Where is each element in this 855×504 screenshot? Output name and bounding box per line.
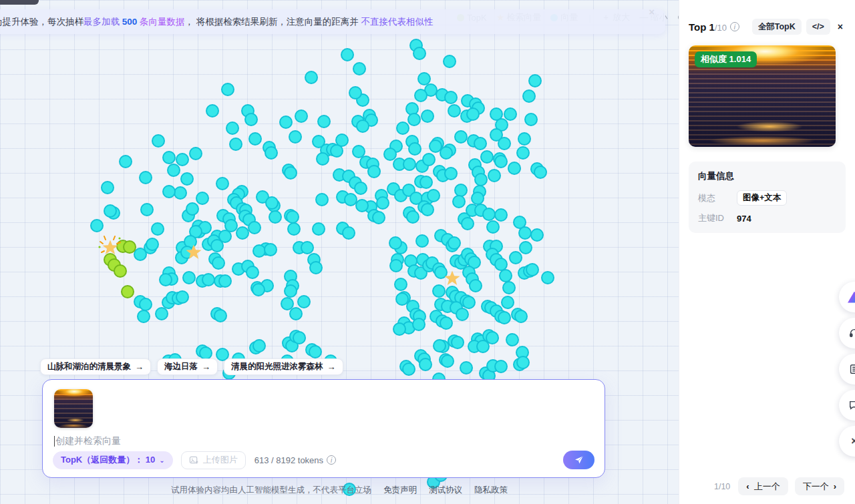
vector-dot[interactable]	[309, 345, 322, 358]
vector-dot[interactable]	[216, 177, 229, 190]
vector-dot[interactable]	[139, 171, 152, 184]
vector-dot[interactable]	[309, 261, 323, 274]
vector-dot[interactable]	[433, 339, 446, 352]
vector-dot[interactable]	[199, 346, 212, 360]
vector-dot[interactable]	[528, 74, 542, 87]
vector-dot[interactable]	[506, 333, 519, 346]
vector-dot[interactable]	[494, 208, 508, 222]
vector-dot[interactable]	[151, 222, 164, 236]
vector-dot[interactable]	[305, 71, 318, 84]
vector-dot[interactable]	[265, 196, 279, 210]
vector-dot[interactable]	[206, 104, 219, 117]
attached-image-thumbnail[interactable]	[54, 389, 93, 428]
tag-morning-mountains[interactable]: 山脉和湖泊的清晨景象 →	[40, 358, 151, 375]
vector-dot[interactable]	[295, 109, 308, 123]
vector-dot[interactable]	[444, 167, 458, 180]
vector-dot[interactable]	[541, 271, 554, 284]
vector-dot[interactable]	[440, 316, 453, 330]
vector-dot[interactable]	[335, 134, 349, 147]
vector-dot[interactable]	[355, 199, 369, 212]
vector-dot[interactable]	[526, 263, 539, 276]
vector-dot[interactable]	[518, 226, 532, 240]
vector-dot[interactable]	[196, 192, 209, 205]
vector-dot[interactable]	[248, 132, 262, 146]
vector-dot[interactable]	[499, 269, 512, 282]
vector-dot[interactable]	[252, 283, 265, 296]
vector-dot[interactable]	[315, 193, 329, 206]
vector-dot[interactable]	[372, 211, 385, 224]
vector-dot[interactable]	[440, 146, 453, 160]
vector-dot[interactable]	[221, 83, 234, 96]
vector-dot[interactable]	[214, 309, 227, 322]
vector-dot[interactable]	[394, 278, 407, 291]
vector-dot[interactable]	[444, 91, 458, 104]
tag-seaside-sunset[interactable]: 海边日落 →	[157, 358, 218, 375]
vector-dot[interactable]	[422, 153, 436, 166]
vector-dot[interactable]	[155, 307, 168, 320]
vector-dot[interactable]	[176, 290, 189, 304]
vector-dot[interactable]	[248, 221, 261, 234]
vector-dot[interactable]	[441, 354, 454, 368]
vector-dot[interactable]	[393, 322, 406, 336]
prompt-line[interactable]: 创建并检索向量	[54, 435, 121, 447]
vector-dot[interactable]	[454, 130, 468, 144]
vector-dot[interactable]	[443, 55, 456, 68]
vector-dot[interactable]	[317, 115, 331, 128]
vector-dot[interactable]	[119, 155, 132, 168]
vector-dot[interactable]	[212, 256, 225, 270]
upload-image-button[interactable]: 上传图片	[181, 451, 246, 469]
next-button[interactable]: 下一个 ›	[795, 477, 844, 495]
vector-dot[interactable]	[389, 259, 403, 272]
vector-dot[interactable]	[480, 150, 494, 164]
info-icon[interactable]: i	[327, 455, 336, 465]
vector-dot[interactable]	[488, 169, 501, 182]
vector-dot[interactable]	[466, 107, 480, 121]
disclaimer-link[interactable]: 免责声明	[383, 485, 417, 495]
vector-dot[interactable]	[140, 203, 154, 216]
vector-dot[interactable]	[486, 220, 500, 234]
vector-dot[interactable]	[471, 192, 484, 205]
vector-dot[interactable]	[356, 119, 369, 133]
vector-dot[interactable]	[186, 202, 199, 216]
vector-dot[interactable]	[419, 176, 433, 189]
vector-dot[interactable]	[494, 360, 508, 373]
vector-dot[interactable]	[421, 203, 434, 216]
topk-dot[interactable]	[121, 285, 134, 298]
vector-dot[interactable]	[146, 238, 159, 251]
vector-dot[interactable]	[448, 236, 461, 250]
vector-dot[interactable]	[530, 228, 544, 242]
vector-dot[interactable]	[287, 222, 301, 236]
vector-dot[interactable]	[265, 146, 278, 160]
vector-dot[interactable]	[402, 362, 415, 376]
vector-dot[interactable]	[474, 137, 487, 150]
vector-dot[interactable]	[349, 86, 362, 99]
vector-dot[interactable]	[498, 137, 511, 150]
fit-view-button[interactable]: ⊕ 适应	[677, 11, 679, 23]
vector-dot[interactable]	[312, 222, 325, 236]
vector-dot[interactable]	[501, 296, 514, 309]
vector-dot[interactable]	[229, 138, 242, 151]
vector-dot[interactable]	[419, 358, 432, 371]
vector-dot[interactable]	[202, 273, 215, 286]
vector-dot[interactable]	[498, 311, 511, 324]
vector-dot[interactable]	[415, 234, 429, 248]
vector-dot[interactable]	[162, 185, 176, 198]
prev-button[interactable]: ‹ 上一个	[738, 477, 788, 495]
vector-dot[interactable]	[297, 295, 311, 308]
vector-dot[interactable]	[427, 189, 440, 202]
vector-dot[interactable]	[482, 208, 496, 221]
vector-dot[interactable]	[152, 134, 165, 148]
vector-dot[interactable]	[421, 109, 434, 123]
vector-dot[interactable]	[448, 104, 461, 117]
vector-dot[interactable]	[174, 186, 187, 200]
topk-select[interactable]: TopK（返回数量）： 10 ⌄	[53, 451, 173, 469]
vector-dot[interactable]	[182, 271, 196, 284]
vector-dot[interactable]	[180, 172, 194, 186]
vector-dot[interactable]	[244, 113, 258, 126]
vector-dot[interactable]	[461, 217, 474, 230]
vector-dot[interactable]	[476, 340, 490, 353]
vector-dot[interactable]	[516, 146, 530, 160]
vector-dot[interactable]	[342, 226, 355, 240]
vector-dot[interactable]	[516, 356, 530, 369]
vector-dot[interactable]	[469, 279, 482, 292]
